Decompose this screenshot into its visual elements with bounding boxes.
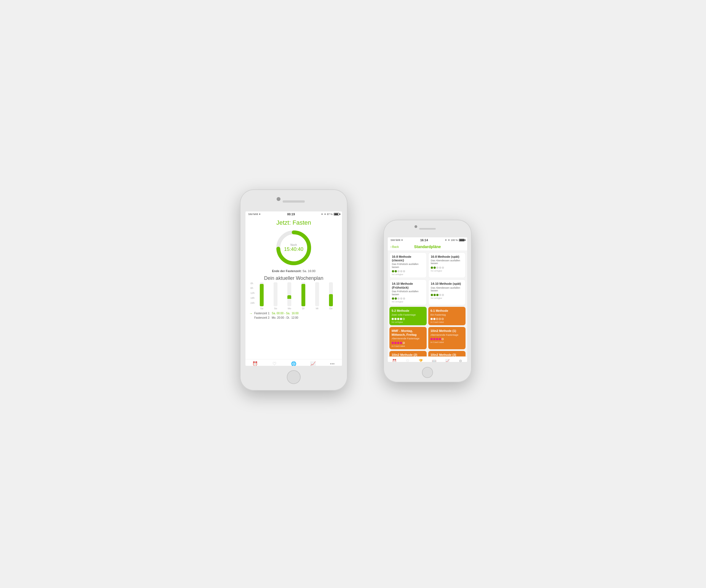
dot — [392, 342, 394, 344]
dot — [394, 342, 397, 344]
big-signal: SIM fehlt ✦ — [248, 213, 261, 216]
dot — [442, 294, 444, 296]
small-tab-fasten[interactable]: ⏰ Fasten — [388, 357, 401, 362]
dot — [439, 338, 441, 340]
card-dots — [392, 342, 424, 344]
bar-wrapper-mi — [315, 282, 319, 306]
small-phone-screen: SIM fehlt ✦ 16:14 ✦ ✦ 100 % ‹ Back — [388, 237, 467, 362]
small-fortschritte-icon: 📈 — [445, 359, 449, 362]
dot — [400, 270, 402, 272]
page-title: Standardpläne — [414, 245, 441, 249]
timer-display: 15:40:40 — [284, 246, 303, 252]
dot — [431, 294, 433, 296]
card-subtitle: Das Frühstück ausfallen lassen — [392, 263, 424, 269]
card-title: MMF - Montag, Mittwoch, Freitag — [392, 329, 424, 336]
small-coach-icon: ♡ — [406, 359, 409, 362]
dot — [403, 342, 405, 344]
tab-faq[interactable]: 🌐 FAQ — [284, 360, 303, 366]
dot — [436, 294, 438, 296]
dot — [434, 266, 436, 269]
small-status-bar: SIM fehlt ✦ 16:14 ✦ ✦ 100 % — [388, 237, 467, 243]
big-time: 00:19 — [287, 213, 295, 216]
bar-col-do: Do — [325, 282, 337, 310]
small-battery-icon — [459, 239, 464, 242]
small-tab-coach[interactable]: ♡ Coach — [401, 357, 414, 362]
card-title: 10in2 Methode (1) — [431, 329, 463, 333]
bar-wrapper-sa — [260, 282, 264, 306]
tab-coach[interactable]: ♡ Coach — [265, 360, 284, 366]
card-badge: frei verfügbar — [392, 321, 424, 323]
small-tab-erfolge[interactable]: 🏆 Erfolge — [414, 357, 427, 362]
back-button[interactable]: ‹ Back — [391, 245, 399, 248]
dot — [442, 266, 444, 269]
small-fasten-icon: ⏰ — [392, 359, 397, 362]
tab-more[interactable]: ••• m... — [323, 360, 342, 366]
dot — [397, 342, 399, 344]
dot — [394, 318, 397, 320]
small-mehr-icon: ⚙ — [459, 359, 462, 362]
small-tab-mehr[interactable]: ⚙ mehr... — [454, 357, 467, 362]
bar-wrapper-di — [302, 282, 305, 306]
small-home-button[interactable] — [422, 367, 433, 378]
bars-area: Sa So — [256, 282, 337, 310]
schedule-row-1: → Fastenzeit 1: Sa. 00:00 - Sa. 16:00 — [249, 311, 338, 316]
dot — [403, 318, 405, 320]
dot — [436, 266, 438, 269]
small-tab-fortschritte[interactable]: 📈 Fortschritte — [441, 357, 454, 362]
more-icon: ••• — [330, 362, 335, 366]
card-badge: im Coach dabei — [392, 345, 424, 347]
small-signal: SIM fehlt ✦ — [391, 239, 403, 242]
small-tab-wissen[interactable]: 📖 Wissen — [427, 357, 441, 362]
card-title: 5-2 Methode — [392, 309, 424, 312]
card-dots — [431, 294, 463, 296]
dot — [441, 318, 444, 320]
bar-col-sa: Sa — [256, 282, 268, 310]
card-title: 6-1 Methode — [431, 309, 463, 312]
bar-fill-mo — [287, 295, 291, 299]
cards-grid: 16-8 Methode (classic) Das Frühstück aus… — [388, 251, 467, 356]
tab-fasten[interactable]: ⏰ Fasten — [245, 360, 265, 366]
card-10in2-2[interactable]: 10in2 Methode (2) Alternierendes Fasten … — [389, 351, 427, 356]
card-mmf[interactable]: MMF - Montag, Mittwoch, Freitag Alternie… — [389, 327, 427, 349]
scene: SIM fehlt ✦ 00:19 ✦ ✦ 87 % Jetzt: Fasten — [229, 184, 477, 405]
card-badge: im Coach dabei — [431, 321, 463, 323]
card-6-1[interactable]: 6-1 Methode Ein Fastentag im Coach dabei — [428, 307, 466, 325]
card-badge: frei verfügbar — [431, 297, 463, 299]
donut-center: Noch 15:40:40 — [284, 243, 303, 252]
bar-col-mo: Mo — [283, 282, 296, 310]
big-tab-bar: ⏰ Fasten ♡ Coach 🌐 FAQ 📈 Fortschritte — [245, 359, 342, 366]
big-title: Jetzt: Fasten — [276, 219, 311, 226]
bar-wrapper-do — [329, 282, 333, 306]
donut-chart: Noch 15:40:40 — [274, 228, 313, 267]
bar-col-so: So — [269, 282, 282, 310]
card-10in2-3[interactable]: 10in2 Methode (3) Alternierendes Fasten … — [428, 351, 466, 356]
card-14-10-fruhstuck[interactable]: 14-10 Methode (Frühstück) Das Frühstück … — [389, 280, 427, 305]
dot — [436, 318, 438, 320]
card-16-8-classic[interactable]: 16-8 Methode (classic) Das Frühstück aus… — [389, 253, 427, 278]
dot — [439, 266, 441, 269]
card-14-10-spat[interactable]: 14-10 Methode (spät) Das Abendessen ausf… — [428, 280, 466, 305]
bar-wrapper-so — [274, 282, 277, 306]
dot — [397, 318, 399, 320]
faq-icon: 🌐 — [291, 361, 297, 366]
bar-wrapper-mo — [287, 282, 291, 306]
dot — [403, 270, 405, 272]
small-header: ‹ Back Standardpläne — [388, 243, 467, 251]
dot — [434, 294, 436, 296]
dot — [433, 318, 435, 320]
dot — [431, 318, 433, 320]
big-main: Jetzt: Fasten Noch 15:40:40 — [245, 217, 342, 359]
fasten-icon: ⏰ — [252, 361, 258, 366]
card-badge: frei verfügbar — [431, 270, 463, 272]
card-dots — [392, 297, 424, 300]
card-5-2[interactable]: 5-2 Methode Zwei volle Fastentage frei v… — [389, 307, 427, 325]
dot — [392, 270, 394, 272]
dot — [400, 297, 402, 300]
card-16-8-spat[interactable]: 16-8 Methode (spät) Das Abendessen ausfa… — [428, 253, 466, 278]
dot — [392, 318, 394, 320]
chevron-left-icon: ‹ — [391, 245, 392, 248]
tab-fortschritte[interactable]: 📈 Fortschritte — [303, 360, 323, 366]
big-home-button[interactable] — [287, 370, 301, 384]
dot — [400, 342, 402, 344]
card-10in2-1[interactable]: 10in2 Methode (1) Alternierende Fastenta… — [428, 327, 466, 349]
